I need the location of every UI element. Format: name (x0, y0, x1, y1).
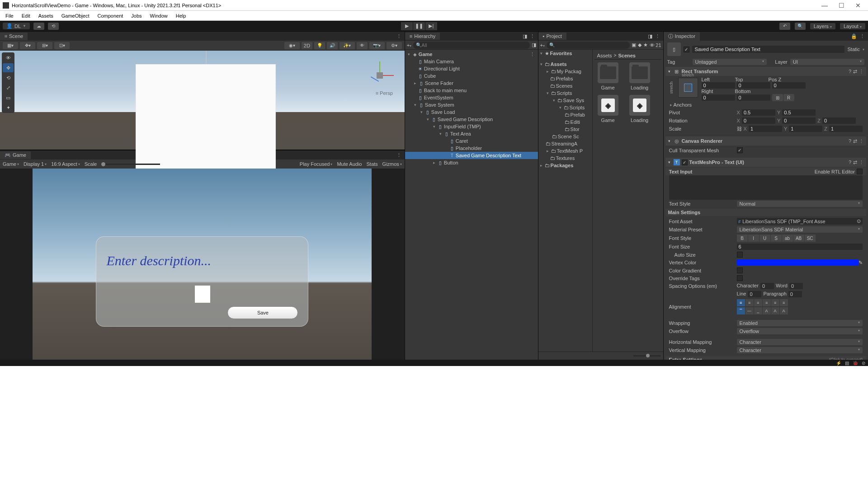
create-dropdown[interactable]: +▾ (540, 42, 545, 48)
text-input-textarea[interactable] (669, 175, 863, 200)
preset-icon[interactable]: ⇄ (853, 69, 857, 75)
color-gradient-checkbox[interactable] (737, 267, 743, 273)
scene-viewport[interactable]: 👁 ✥ ⟲ ⤢ ▭ ✦ ≡ Persp (0, 51, 405, 150)
panel-expand-icon[interactable]: ◨ (523, 33, 527, 39)
lighting-toggle[interactable]: 💡 (314, 42, 325, 49)
hmap-dropdown[interactable]: Character▾ (737, 339, 863, 345)
menu-file[interactable]: File (2, 12, 17, 19)
maximize-icon[interactable]: ☐ (839, 2, 844, 9)
preset-icon[interactable]: ⇄ (853, 138, 857, 144)
account-dropdown[interactable]: 👤DL▼ (3, 23, 30, 29)
pause-button[interactable]: ❚❚ (413, 22, 425, 30)
mute-audio-toggle[interactable]: Mute Audio (337, 161, 362, 167)
left-field[interactable]: 0 (702, 82, 735, 89)
audio-toggle[interactable]: 🔊 (327, 42, 338, 49)
active-checkbox[interactable] (684, 47, 689, 52)
hierarchy-tree[interactable]: ▾◈Game⋮ ▯Main Camera ☀Directional Light … (405, 50, 538, 167)
font-asset-field[interactable]: F LiberationSans SDF (TMP_Font Asse⊙ (737, 218, 863, 225)
tab-menu-icon[interactable]: ⋮ (860, 33, 865, 39)
effects-dropdown[interactable]: ✨▾ (340, 42, 355, 49)
status-icon[interactable]: ▤ (845, 361, 849, 366)
text-style-dropdown[interactable]: Normal▾ (737, 201, 863, 207)
camera-mode-label[interactable]: ≡ Persp (376, 90, 393, 96)
posz-field[interactable]: 0 (772, 82, 806, 89)
help-icon[interactable]: ? (849, 138, 851, 144)
layer-dropdown[interactable]: UI▾ (790, 59, 864, 65)
hierarchy-tab[interactable]: ≡Hierarchy (405, 33, 440, 40)
game-mode-dropdown[interactable]: Game▾ (3, 161, 19, 167)
play-focused-dropdown[interactable]: Play Focused▾ (300, 161, 333, 167)
lock-icon[interactable]: 🔒 (851, 33, 857, 39)
main-menu-bar[interactable]: File Edit Assets GameObject Component Jo… (0, 11, 868, 21)
status-icon[interactable]: ⚡ (836, 361, 841, 366)
override-tags-checkbox[interactable] (737, 275, 743, 281)
static-label[interactable]: Static (847, 47, 860, 52)
color-picker-icon[interactable]: ✎ (859, 260, 863, 266)
pivot-y[interactable]: 0.5 (782, 109, 816, 116)
handle-dropdown[interactable]: ✥▾ (20, 42, 35, 49)
undo-history-icon[interactable]: ↶ (779, 23, 790, 30)
rect-transform-header[interactable]: ▾⊞ Rect Transform ?⇄⋮ (665, 67, 866, 76)
pivot-dropdown[interactable]: ▦▾ (3, 42, 18, 49)
gizmos-dropdown[interactable]: ⚙▾ (387, 42, 402, 49)
display-dropdown[interactable]: Display 1▾ (24, 161, 47, 167)
tmp-text-header[interactable]: ▾T TextMeshPro - Text (UI) ?⇄⋮ (665, 158, 866, 167)
menu-window[interactable]: Window (146, 12, 171, 19)
scale-slider[interactable] (101, 164, 160, 165)
snap-dropdown[interactable]: ⊡▾ (54, 42, 70, 49)
vmap-dropdown[interactable]: Character▾ (737, 347, 863, 353)
project-tab[interactable]: ▪Project (538, 33, 566, 40)
hidden-toggle[interactable]: 👁 (357, 42, 368, 49)
filter-icon[interactable]: ★ (643, 42, 648, 48)
2d-toggle[interactable]: 2D (302, 42, 312, 49)
help-icon[interactable]: ? (849, 69, 851, 75)
tab-menu-icon[interactable]: ⋮ (655, 33, 660, 39)
inspector-tab[interactable]: ⓘInspector (664, 32, 700, 41)
view-tool-icon[interactable]: 👁 (3, 53, 14, 62)
pivot-x[interactable]: 0.5 (742, 109, 775, 116)
tag-dropdown[interactable]: Untagged▾ (693, 59, 767, 65)
rotate-tool-icon[interactable]: ⟲ (3, 73, 14, 82)
rect-tool-icon[interactable]: ▭ (3, 93, 14, 102)
asset-folder[interactable]: Loading (626, 62, 653, 90)
game-tab[interactable]: 🎮Game (0, 151, 31, 159)
transform-tool-icon[interactable]: ✦ (3, 103, 14, 112)
search-icon[interactable]: 🔍 (795, 23, 806, 30)
create-dropdown[interactable]: +▾ (407, 42, 411, 48)
auto-size-checkbox[interactable] (737, 252, 743, 258)
panel-expand-icon[interactable]: ◨ (648, 33, 652, 39)
tab-menu-icon[interactable]: ⋮ (530, 33, 535, 39)
right-field[interactable]: 0 (702, 94, 735, 101)
scene-tab[interactable]: ⌗Scene (0, 33, 28, 40)
menu-jobs[interactable]: Jobs (127, 12, 145, 19)
horizontal-align-buttons[interactable]: ≡≡≡≡≡≡ (737, 299, 788, 306)
camera-dropdown[interactable]: 📷▾ (369, 42, 385, 49)
layers-dropdown[interactable]: Layers ▾ (810, 23, 835, 29)
font-size-field[interactable] (737, 244, 863, 250)
status-icon[interactable]: ⊘ (862, 361, 865, 366)
hidden-count[interactable]: 👁21 (650, 42, 661, 48)
raw-toggle[interactable]: R (783, 94, 794, 101)
project-folder-tree[interactable]: ▾★Favorites ▾🗀Assets ▸🗀My Packag 🗀Prefab… (538, 50, 593, 352)
orientation-gizmo[interactable] (364, 60, 396, 91)
asset-scene[interactable]: ◈Loading (626, 95, 653, 123)
asset-scene[interactable]: ◈Game (594, 95, 622, 123)
thumbnail-size-slider[interactable] (633, 355, 660, 357)
project-search[interactable]: 🔍 (547, 42, 630, 49)
minimize-icon[interactable]: — (821, 2, 828, 9)
step-button[interactable]: ▶| (425, 22, 437, 30)
cull-checkbox[interactable] (737, 147, 743, 153)
help-icon[interactable]: ? (849, 160, 851, 165)
save-button[interactable]: Save (227, 306, 298, 319)
search-menu-icon[interactable]: ◨ (532, 42, 536, 48)
tab-menu-icon[interactable]: ⋮ (396, 152, 402, 158)
stats-toggle[interactable]: Stats (367, 161, 378, 167)
gameobject-icon[interactable]: ▯ (667, 42, 681, 56)
close-icon[interactable]: ✕ (855, 2, 861, 9)
move-tool-icon[interactable]: ✥ (3, 63, 14, 72)
cloud-icon[interactable]: ☁ (33, 23, 44, 30)
filter-icon[interactable]: ▣ (632, 42, 636, 48)
top-field[interactable]: 0 (737, 82, 770, 89)
gizmos-dropdown[interactable]: Gizmos▾ (382, 161, 402, 167)
tab-menu-icon[interactable]: ⋮ (396, 33, 402, 39)
